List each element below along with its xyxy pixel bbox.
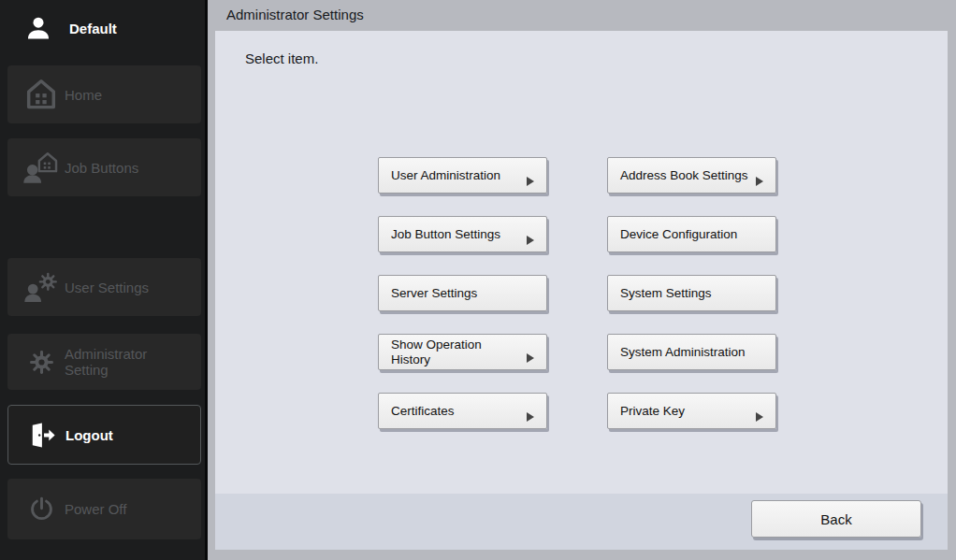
button-label: Server Settings [391,286,477,301]
sidebar: Default HomeJob ButtonsUser SettingsAdmi… [0,0,208,560]
sidebar-item-label: Administrator Setting [65,346,179,378]
arrow-right-icon [756,177,763,186]
screen: Default HomeJob ButtonsUser SettingsAdmi… [0,0,956,560]
arrow-right-icon [756,412,763,422]
sidebar-item-home: Home [7,65,201,123]
certificates-button[interactable]: Certificates [378,393,547,429]
device-configuration-button[interactable]: Device Configuration [607,216,776,252]
system-settings-button[interactable]: System Settings [607,275,776,311]
logout-icon [22,422,63,449]
panel-content: Select item. User AdministrationAddress … [215,31,948,494]
settings-panel: Select item. User AdministrationAddress … [215,31,948,550]
sidebar-item-label: Logout [65,427,113,443]
button-label: User Administration [391,168,500,183]
sidebar-item-label: Job Buttons [65,160,138,176]
footer-bar: Back [215,494,948,550]
sidebar-item-power-off: Power Off [7,479,201,539]
server-settings-button[interactable]: Server Settings [378,275,547,311]
sidebar-item-label: Home [65,87,102,103]
user-profile: Default [0,0,205,60]
gear-icon [21,348,62,377]
power-icon [21,495,62,524]
user-administration-button[interactable]: User Administration [378,157,547,194]
button-label: Private Key [620,404,685,419]
button-label: System Administration [620,345,746,360]
arrow-right-icon [527,177,534,186]
button-label: Device Configuration [620,227,737,242]
back-button[interactable]: Back [751,500,921,538]
show-operation-history-button[interactable]: Show Operation History [378,334,547,370]
arrow-right-icon [527,236,534,245]
arrow-right-icon [527,412,534,422]
sidebar-item-job-buttons: Job Buttons [7,138,201,196]
sidebar-item-logout[interactable]: Logout [7,405,201,465]
sidebar-item-label: Power Off [65,501,126,517]
sidebar-item-label: User Settings [65,280,149,295]
prompt-text: Select item. [245,50,318,66]
address-book-settings-button[interactable]: Address Book Settings [607,157,776,194]
system-administration-button[interactable]: System Administration [607,334,776,370]
button-label: Job Button Settings [391,227,500,242]
job-button-settings-button[interactable]: Job Button Settings [378,216,547,252]
user-settings-icon [21,270,62,304]
user-name: Default [69,21,117,36]
button-label: System Settings [620,286,712,301]
arrow-right-icon [527,353,534,363]
private-key-button[interactable]: Private Key [607,393,776,429]
page-title: Administrator Settings [226,7,364,22]
sidebar-item-administrator-setting: Administrator Setting [7,334,201,390]
button-label: Certificates [391,404,455,419]
button-label: Address Book Settings [620,168,748,183]
settings-button-grid: User AdministrationAddress Book Settings… [378,157,776,429]
job-buttons-icon [21,151,62,184]
sidebar-item-user-settings: User Settings [7,258,201,316]
home-icon [21,77,62,112]
user-icon [24,13,52,43]
button-label: Show Operation History [391,337,524,367]
main-area: Administrator Settings Select item. User… [208,0,956,560]
